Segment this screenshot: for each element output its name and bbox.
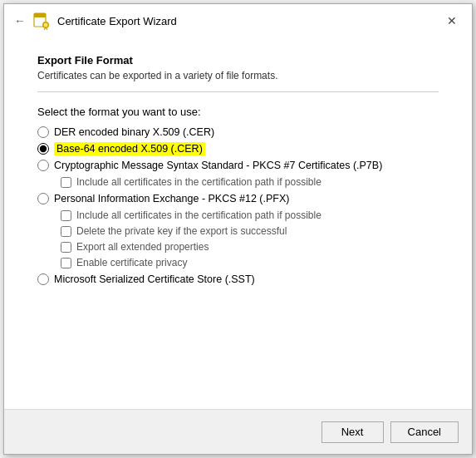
pfx-suboptions: Include all certificates in the certific… [61, 209, 439, 268]
radio-pkcs7-label: Cryptographic Message Syntax Standard - … [54, 160, 382, 171]
radio-pkcs7[interactable] [37, 160, 49, 171]
checkbox-extended-props-label: Export all extended properties [76, 241, 209, 253]
back-button[interactable]: ← [14, 14, 26, 27]
section-title: Export File Format [37, 54, 439, 66]
list-item[interactable]: Cryptographic Message Syntax Standard - … [37, 160, 439, 171]
title-bar-left: ← Certificate Export Wizard [14, 12, 442, 30]
radio-group: DER encoded binary X.509 (.CER) Base-64 … [37, 126, 439, 285]
divider [37, 91, 439, 92]
highlighted-text: Base-64 encoded X.509 (.CER) [54, 142, 205, 155]
list-item[interactable]: Include all certificates in the certific… [61, 176, 439, 188]
radio-base64[interactable] [37, 143, 49, 155]
radio-sst-label: Microsoft Serialized Certificate Store (… [54, 273, 255, 285]
select-label: Select the format you want to use: [37, 106, 439, 118]
close-button[interactable]: ✕ [442, 11, 462, 31]
next-button[interactable]: Next [321, 421, 384, 443]
checkbox-pfx-certpath-label: Include all certificates in the certific… [76, 209, 321, 221]
radio-base64-label: Base-64 encoded X.509 (.CER) [54, 143, 205, 155]
title-bar: ← Certificate Export Wizard ✕ [4, 4, 472, 37]
dialog: ← Certificate Export Wizard ✕ Export Fil… [3, 3, 473, 455]
checkbox-delete-key-label: Delete the private key if the export is … [76, 225, 287, 237]
svg-rect-1 [34, 13, 46, 17]
list-item[interactable]: Enable certificate privacy [61, 257, 439, 268]
cancel-button[interactable]: Cancel [390, 421, 459, 443]
radio-pfx[interactable] [37, 193, 49, 204]
checkbox-extended-props[interactable] [61, 242, 71, 253]
checkbox-delete-key[interactable] [61, 226, 71, 237]
pkcs7-suboptions: Include all certificates in the certific… [61, 176, 439, 188]
radio-pfx-label: Personal Information Exchange - PKCS #12… [54, 193, 289, 204]
list-item[interactable]: Include all certificates in the certific… [61, 209, 439, 221]
svg-point-3 [44, 23, 48, 27]
checkbox-cert-privacy-label: Enable certificate privacy [76, 257, 187, 268]
radio-sst[interactable] [37, 273, 49, 285]
list-item[interactable]: Base-64 encoded X.509 (.CER) [37, 143, 439, 155]
checkbox-pfx-certpath[interactable] [61, 210, 71, 221]
footer: Next Cancel [4, 409, 472, 454]
checkbox-pkcs7-certpath-label: Include all certificates in the certific… [76, 176, 321, 188]
radio-der-label: DER encoded binary X.509 (.CER) [54, 126, 214, 138]
list-item[interactable]: Microsoft Serialized Certificate Store (… [37, 273, 439, 285]
checkbox-pkcs7-certpath[interactable] [61, 177, 71, 188]
list-item[interactable]: DER encoded binary X.509 (.CER) [37, 126, 439, 138]
section-desc: Certificates can be exported in a variet… [37, 70, 439, 81]
list-item[interactable]: Export all extended properties [61, 241, 439, 253]
list-item[interactable]: Personal Information Exchange - PKCS #12… [37, 193, 439, 204]
radio-der[interactable] [37, 126, 49, 138]
dialog-title: Certificate Export Wizard [57, 15, 177, 27]
content-area: Export File Format Certificates can be e… [4, 37, 472, 409]
checkbox-cert-privacy[interactable] [61, 258, 71, 268]
certificate-icon [32, 12, 51, 30]
list-item[interactable]: Delete the private key if the export is … [61, 225, 439, 237]
